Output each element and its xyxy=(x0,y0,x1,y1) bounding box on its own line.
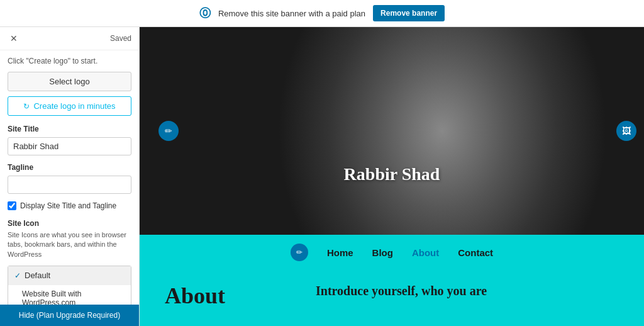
display-title-tagline-row: Display Site Title and Tagline xyxy=(8,201,131,210)
nav-link-home[interactable]: Home xyxy=(327,247,353,258)
tagline-label: Tagline xyxy=(8,163,131,172)
tagline-input[interactable] xyxy=(8,176,131,194)
wordpress-logo: ⓪ xyxy=(199,6,211,21)
sidebar-intro: Click "Create logo" to start. xyxy=(8,57,131,65)
create-logo-button[interactable]: ↻ Create logo in minutes xyxy=(8,96,131,116)
display-checkbox[interactable] xyxy=(8,201,16,210)
close-button[interactable]: ✕ xyxy=(8,32,20,45)
preview-area: Rabbir Shad ✏ 🖼 ✏ Home Blog About Contac… xyxy=(140,27,644,326)
intro-text: Introduce yourself, who you are xyxy=(316,283,487,299)
remove-banner-button[interactable]: Remove banner xyxy=(373,5,445,21)
site-icon-desc: Site Icons are what you see in browser t… xyxy=(8,230,131,259)
create-logo-label: Create logo in minutes xyxy=(33,101,115,111)
main-layout: ✕ Saved Click "Create logo" to start. Se… xyxy=(0,27,644,326)
nav-link-contact[interactable]: Contact xyxy=(458,247,493,258)
saved-label: Saved xyxy=(110,34,131,43)
list-item[interactable]: Website Built with WordPress.com xyxy=(8,285,131,305)
about-title: About xyxy=(165,283,225,309)
dropdown-selected[interactable]: ✓ Default xyxy=(8,266,131,284)
content-section: About Introduce yourself, who you are xyxy=(140,270,644,326)
checkmark-icon: ✓ xyxy=(14,271,21,280)
dropdown-selected-label: Default xyxy=(25,271,50,280)
site-title-label: Site Title xyxy=(8,125,131,133)
top-banner: ⓪ Remove this site banner with a paid pl… xyxy=(0,0,644,27)
nav-edit-button[interactable]: ✏ xyxy=(291,244,308,261)
hero-section: Rabbir Shad ✏ 🖼 xyxy=(140,27,644,235)
hero-background: Rabbir Shad ✏ 🖼 xyxy=(140,27,644,235)
hero-title: Rabbir Shad xyxy=(140,164,644,184)
sidebar: ✕ Saved Click "Create logo" to start. Se… xyxy=(0,27,140,326)
dropdown-list: Website Built with WordPress.com WordPre… xyxy=(8,284,131,305)
refresh-icon: ↻ xyxy=(23,102,30,111)
hero-edit-button[interactable]: ✏ xyxy=(158,121,179,141)
nav-section: ✏ Home Blog About Contact xyxy=(140,235,644,270)
site-title-input[interactable] xyxy=(8,137,131,155)
hero-image xyxy=(140,27,644,235)
nav-link-blog[interactable]: Blog xyxy=(372,247,393,258)
sidebar-content: Click "Create logo" to start. Select log… xyxy=(0,50,139,305)
hero-image-edit-button[interactable]: 🖼 xyxy=(616,121,636,141)
site-icon-dropdown[interactable]: ✓ Default Website Built with WordPress.c… xyxy=(8,266,131,305)
content-right: Introduce yourself, who you are xyxy=(316,283,619,313)
sidebar-header: ✕ Saved xyxy=(0,27,139,50)
display-checkbox-label: Display Site Title and Tagline xyxy=(20,201,116,210)
select-logo-button[interactable]: Select logo xyxy=(8,72,131,91)
content-left: About xyxy=(165,283,291,313)
nav-link-about[interactable]: About xyxy=(412,247,439,258)
banner-text: Remove this site banner with a paid plan xyxy=(218,9,365,18)
site-icon-label: Site Icon xyxy=(8,219,131,228)
hide-plan-button[interactable]: Hide (Plan Upgrade Required) xyxy=(0,305,139,326)
